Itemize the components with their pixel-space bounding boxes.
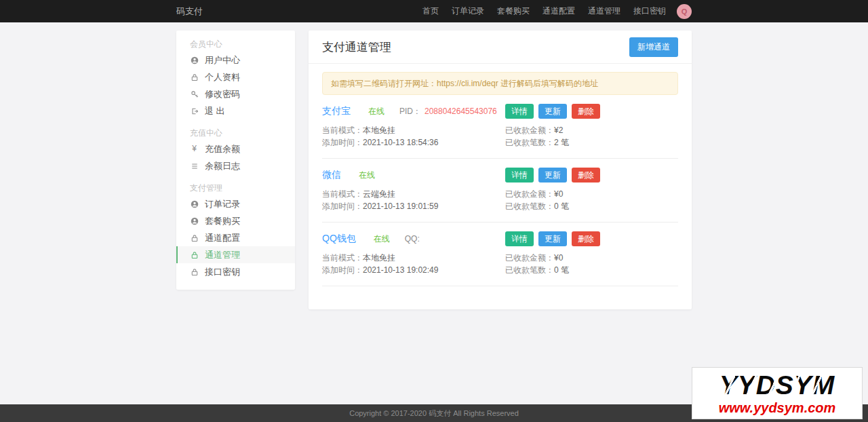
mode-value: 本地免挂: [363, 253, 395, 263]
sidebar-item-label: 通道管理: [205, 250, 240, 259]
lock-icon: [190, 250, 199, 259]
mode-label: 当前模式：: [322, 126, 363, 135]
list-icon: [190, 161, 199, 170]
channel-status: 在线: [359, 170, 375, 181]
amount-value: ¥0: [554, 189, 563, 199]
sidebar-item-change-password[interactable]: 修改密码: [176, 85, 295, 102]
delete-button[interactable]: 删除: [572, 168, 600, 183]
time-value: 2021-10-13 18:54:36: [363, 138, 438, 147]
page-title: 支付通道管理: [322, 39, 391, 55]
sidebar-item-label: 退 出: [205, 107, 225, 115]
nav-item-packages[interactable]: 套餐购买: [497, 5, 530, 17]
amount-label: 已收款金额：: [505, 189, 554, 199]
update-button[interactable]: 更新: [538, 231, 567, 246]
channel-extra-label: PID：: [399, 106, 421, 117]
channel-status: 在线: [368, 106, 384, 117]
delete-button[interactable]: 删除: [572, 104, 600, 119]
delete-button[interactable]: 删除: [572, 231, 600, 246]
count-label: 已收款笔数：: [505, 202, 554, 211]
lock-icon: [190, 73, 199, 81]
channel-row-alipay: 支付宝 在线 PID： 2088042645543076 当前模式：本地免挂 添…: [322, 95, 678, 159]
sidebar-item-order-records[interactable]: 订单记录: [176, 195, 295, 212]
time-value: 2021-10-13 19:02:49: [363, 265, 438, 275]
sidebar-item-label: 个人资料: [205, 73, 240, 81]
detail-button[interactable]: 详情: [505, 231, 534, 246]
amount-label: 已收款金额：: [505, 253, 554, 263]
mode-label: 当前模式：: [322, 253, 363, 263]
sidebar-item-profile[interactable]: 个人资料: [176, 69, 295, 85]
sidebar-item-label: 余额日志: [205, 161, 240, 170]
update-button[interactable]: 更新: [538, 104, 567, 119]
sidebar-item-label: 充值余额: [205, 145, 240, 153]
channel-extra-label: QQ:: [405, 234, 420, 244]
time-label: 添加时间：: [322, 265, 363, 275]
detail-button[interactable]: 详情: [505, 104, 534, 119]
detail-button[interactable]: 详情: [505, 168, 534, 183]
key-icon: [190, 90, 199, 98]
channel-name-link[interactable]: 支付宝: [322, 105, 351, 117]
logout-icon: [190, 107, 199, 115]
count-label: 已收款笔数：: [505, 138, 554, 147]
user-avatar[interactable]: Q: [677, 4, 692, 19]
watermark-url: www.yydsym.com: [719, 400, 836, 416]
sidebar-item-label: 修改密码: [205, 90, 240, 98]
qrcode-notice: 如需填写二维码请打开网址：https://cli.im/deqr 进行解码后填写…: [322, 72, 678, 95]
watermark-box: YYDSYM www.yydsym.com: [692, 367, 863, 419]
nav-item-channel-config[interactable]: 通道配置: [542, 5, 575, 17]
count-value: 0 笔: [554, 202, 569, 211]
user-circle-icon: [190, 56, 199, 64]
nav-item-channel-manage[interactable]: 通道管理: [588, 5, 620, 17]
channel-name-link[interactable]: 微信: [322, 169, 341, 181]
time-label: 添加时间：: [322, 202, 363, 211]
user-circle-icon: [190, 199, 199, 208]
sidebar-item-logout[interactable]: 退 出: [176, 102, 295, 119]
channel-row-qqwallet: QQ钱包 在线 QQ: 当前模式：本地免挂 添加时间：2021-10-13 19…: [322, 223, 678, 286]
user-circle-icon: [190, 216, 199, 225]
sidebar-section-payment: 支付管理: [176, 174, 295, 195]
top-navbar: 码支付 首页 订单记录 套餐购买 通道配置 通道管理 接口密钥 Q: [0, 0, 868, 22]
sidebar-item-label: 套餐购买: [205, 216, 240, 225]
add-channel-button[interactable]: 新增通道: [629, 37, 678, 57]
nav-item-home[interactable]: 首页: [422, 5, 439, 17]
channel-status: 在线: [374, 233, 390, 245]
sidebar-item-channel-config[interactable]: 通道配置: [176, 229, 295, 246]
time-value: 2021-10-13 19:01:59: [363, 202, 438, 211]
brand-logo[interactable]: 码支付: [176, 5, 203, 18]
yen-icon: ¥: [190, 145, 199, 153]
count-value: 0 笔: [554, 265, 569, 275]
count-label: 已收款笔数：: [505, 265, 554, 275]
nav-item-api-key[interactable]: 接口密钥: [633, 5, 666, 17]
mode-label: 当前模式：: [322, 189, 363, 199]
channel-name-link[interactable]: QQ钱包: [322, 233, 356, 245]
time-label: 添加时间：: [322, 138, 363, 147]
sidebar-item-label: 订单记录: [205, 199, 240, 208]
sidebar-section-member: 会员中心: [176, 31, 295, 52]
channel-pid-value: 2088042645543076: [425, 107, 497, 116]
mode-value: 云端免挂: [363, 189, 395, 199]
amount-value: ¥2: [554, 126, 563, 135]
sidebar-section-recharge: 充值中心: [176, 119, 295, 140]
count-value: 2 笔: [554, 138, 569, 147]
sidebar-item-label: 通道配置: [205, 233, 240, 242]
sidebar-item-balance-log[interactable]: 余额日志: [176, 157, 295, 174]
amount-value: ¥0: [554, 253, 563, 263]
main-panel: 支付通道管理 新增通道 如需填写二维码请打开网址：https://cli.im/…: [309, 31, 692, 309]
watermark-logo: YYDSYM: [719, 371, 835, 400]
sidebar-item-recharge-balance[interactable]: ¥ 充值余额: [176, 140, 295, 157]
sidebar-item-label: 用户中心: [205, 56, 240, 64]
nav-menu: 首页 订单记录 套餐购买 通道配置 通道管理 接口密钥 Q: [410, 4, 692, 19]
lock-icon: [190, 233, 199, 242]
mode-value: 本地免挂: [363, 126, 395, 135]
amount-label: 已收款金额：: [505, 126, 554, 135]
sidebar-item-channel-manage[interactable]: 通道管理: [176, 246, 295, 263]
update-button[interactable]: 更新: [538, 168, 567, 183]
sidebar: 会员中心 用户中心 个人资料 修改密码: [176, 31, 295, 290]
sidebar-item-api-key[interactable]: 接口密钥: [176, 263, 295, 280]
lock-icon: [190, 267, 199, 276]
sidebar-item-user-center[interactable]: 用户中心: [176, 52, 295, 69]
nav-item-orders[interactable]: 订单记录: [452, 5, 484, 17]
channel-row-wechat: 微信 在线 当前模式：云端免挂 添加时间：2021-10-13 19:01:59…: [322, 159, 678, 223]
sidebar-item-label: 接口密钥: [205, 267, 240, 276]
sidebar-item-package-buy[interactable]: 套餐购买: [176, 212, 295, 229]
